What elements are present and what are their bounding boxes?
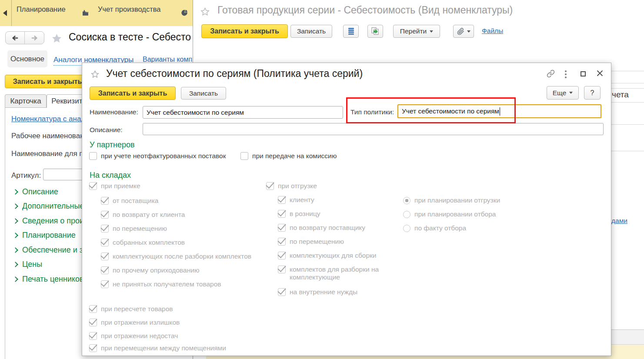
checkbox-icon <box>89 182 97 190</box>
chevron-right-icon <box>13 262 18 267</box>
radio-on-shipment-planning: при планировании отгрузки <box>403 196 500 204</box>
dropdown-arrow-icon <box>569 92 573 94</box>
checkbox-icon <box>278 224 286 232</box>
radio-on-selection-fact: по факту отбора <box>403 224 466 232</box>
field-text-fragment: чета <box>612 90 629 100</box>
pie-chart-section-icon <box>181 9 188 17</box>
checkbox-ship-transfer: по перемещению <box>278 238 344 246</box>
radio-icon <box>403 197 410 204</box>
goto-button[interactable]: Перейти <box>393 25 440 38</box>
link-fragment[interactable]: дами <box>611 217 627 225</box>
copy-button[interactable] <box>367 25 383 38</box>
help-button[interactable]: ? <box>584 86 601 100</box>
checkbox-assembled-kits: собранных комплектов <box>101 239 185 246</box>
checkbox-supplier-return: по возврату поставщику <box>278 224 365 232</box>
checkbox-icon <box>101 280 109 288</box>
window-title: Сосиска в тесте - Себесто <box>69 31 191 43</box>
copy-docs-icon <box>371 27 380 36</box>
tab-main[interactable]: Основное <box>7 50 47 67</box>
checkbox-other-receipt: по прочему оприходованию <box>101 266 200 274</box>
section-planning[interactable]: Планирование <box>13 231 76 240</box>
name-input[interactable]: Учет себестоимости по сериям <box>143 106 343 119</box>
more-menu-icon[interactable] <box>565 70 567 80</box>
section-prices[interactable]: Цены <box>13 260 42 269</box>
panel-border <box>5 108 5 359</box>
radio-icon <box>403 211 410 218</box>
checkbox-goods-recount: при пересчете товаров <box>89 305 173 313</box>
checkbox-icon <box>240 152 248 160</box>
save-and-close-button[interactable]: Записать и закрыть <box>201 24 288 38</box>
save-and-close-button[interactable]: Записать и закрыть <box>90 86 176 100</box>
window-title: Готовая продукция серии - Себестоимость … <box>217 4 513 16</box>
checkbox-icon <box>101 211 109 219</box>
radio-on-selection-planning: при планировании отбора <box>403 210 496 218</box>
get-link-icon[interactable] <box>547 70 555 78</box>
description-input[interactable] <box>143 123 604 135</box>
production-section-icon <box>82 9 90 17</box>
checkbox-internal-needs: на внутренние нужды <box>278 288 357 296</box>
partners-group-header: У партнеров <box>90 140 135 150</box>
checkbox-to-client: клиенту <box>278 196 314 204</box>
chevron-right-icon <box>13 203 18 209</box>
checkbox-kits-for-disassembly: комплектов для разборки на комплектующие <box>278 266 387 281</box>
checkbox-icon <box>266 182 274 190</box>
checkbox-client-return: по возврату от клиента <box>101 211 185 219</box>
dropdown-arrow-icon <box>430 30 433 33</box>
close-icon[interactable] <box>597 70 603 76</box>
save-button[interactable]: Записать <box>181 87 226 100</box>
attachments-button[interactable] <box>453 25 474 38</box>
chevron-right-icon <box>13 247 18 253</box>
report-button[interactable] <box>343 25 359 38</box>
checkbox-on-shipping: при отгрузке <box>266 182 317 190</box>
chevron-right-icon <box>13 218 18 224</box>
section-price-tags[interactable]: Печать ценников <box>13 275 84 284</box>
checkbox-move-between-premises: при перемещении между помещениями <box>89 344 226 352</box>
save-and-close-button[interactable]: Записать и закрыть <box>5 75 90 88</box>
checkbox-icon <box>89 152 97 160</box>
save-button[interactable]: Записать <box>290 25 332 38</box>
panel-separator <box>11 0 12 26</box>
section-tab-production[interactable]: Учет производства <box>98 5 161 13</box>
working-name-label: Рабочее наименование <box>11 132 93 140</box>
checkbox-shortage-reflection: при отражении недостач <box>89 332 178 340</box>
screen: Планирование Учет производства Сосиска в… <box>0 0 644 359</box>
checkbox-icon <box>89 319 97 326</box>
checkbox-icon <box>101 266 109 274</box>
list-icon <box>348 27 354 36</box>
favorite-star-icon[interactable] <box>200 7 210 17</box>
files-link[interactable]: Файлы <box>482 27 503 35</box>
panel-border <box>5 107 47 108</box>
checkbox-icon <box>278 196 286 204</box>
sections-panel: Планирование Учет производства <box>0 0 193 26</box>
paperclip-icon <box>457 28 464 35</box>
checkbox-surplus-reflection: при отражении излишков <box>89 319 180 326</box>
checkbox-icon <box>89 344 97 352</box>
tab-card[interactable]: Карточка <box>5 94 47 108</box>
section-description[interactable]: Описание <box>13 187 58 196</box>
back-button[interactable] <box>6 32 25 44</box>
history-nav <box>5 31 44 44</box>
favorite-star-icon[interactable] <box>50 33 63 44</box>
section-tab-planning[interactable]: Планирование <box>17 5 66 13</box>
checkbox-icon <box>101 253 109 260</box>
checkbox-components-after-disassembly: комплектующих после разборки комплектов <box>101 253 251 260</box>
maximize-icon[interactable] <box>581 71 586 76</box>
checkbox-icon <box>278 266 286 273</box>
checkbox-commission-transfer[interactable]: при передаче на комиссию <box>240 152 337 160</box>
favorite-star-icon[interactable] <box>90 70 100 79</box>
checkbox-components-for-assembly: комплектующих для сборки <box>278 252 376 259</box>
checkbox-icon <box>101 197 109 205</box>
forward-button[interactable] <box>25 32 44 44</box>
checkbox-icon <box>101 225 109 233</box>
collapse-panel-icon[interactable] <box>3 10 7 16</box>
chevron-right-icon <box>13 189 18 195</box>
dialog-title: Учет себестоимости по сериям (Политика у… <box>106 68 363 80</box>
article-label: Артикул: <box>11 171 41 180</box>
annotation-rectangle <box>346 97 516 123</box>
checkbox-not-accepted-goods: не принятых получателем товаров <box>101 280 221 288</box>
checkbox-unbilled-deliveries[interactable]: при учете неотфактурованных поставок <box>89 152 226 160</box>
checkbox-on-receiving: при приемке <box>89 182 140 190</box>
chevron-right-icon <box>13 233 18 238</box>
checkbox-icon <box>89 305 97 313</box>
more-button[interactable]: Еще <box>547 86 579 100</box>
